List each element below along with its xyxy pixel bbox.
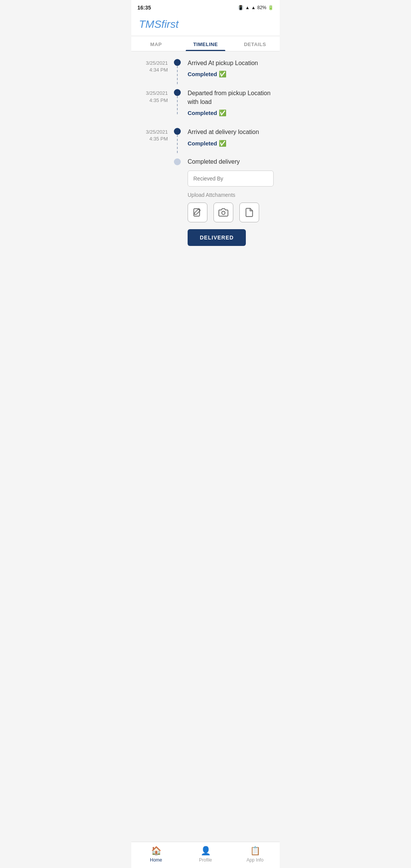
timeline-dot-final	[174, 158, 181, 165]
timeline-line-3	[177, 135, 178, 153]
document-icon	[244, 207, 254, 217]
upload-label: Upload Attchaments	[188, 192, 274, 198]
timeline-dot-2	[174, 89, 181, 96]
timeline-title-1: Arrived At pickup Location	[188, 59, 274, 67]
timeline-status-3: Completed ✅	[188, 140, 274, 147]
status-time: 16:35	[137, 5, 151, 11]
timeline-connector-3	[172, 128, 183, 135]
timeline-connector-final	[172, 158, 183, 165]
tab-map[interactable]: MAP	[131, 36, 181, 51]
timeline-status-2: Completed ✅	[188, 109, 274, 116]
timeline-title-3: Arrived at delivery location	[188, 128, 274, 136]
delivered-button[interactable]: DELIVERED	[188, 229, 246, 246]
timeline-connector-2	[172, 89, 183, 96]
timeline-connector-1	[172, 59, 183, 66]
signal-icon: ▲	[251, 5, 256, 10]
app-header: TMSfirst	[131, 14, 280, 36]
timeline-date-final	[137, 158, 172, 159]
timeline-content: 3/25/2021 4:34 PM Arrived At pickup Loca…	[131, 51, 280, 295]
delivery-title: Completed delivery	[188, 158, 274, 165]
upload-edit-button[interactable]	[188, 203, 207, 222]
check-icon-3: ✅	[219, 140, 226, 147]
check-icon-2: ✅	[219, 109, 226, 116]
upload-icons-row	[188, 203, 274, 222]
tab-timeline[interactable]: TIMELINE	[181, 36, 230, 51]
edit-icon	[193, 207, 202, 217]
timeline-item-2: 3/25/2021 4:35 PM Departed from pickup L…	[137, 89, 274, 116]
timeline-date-3: 3/25/2021 4:35 PM	[137, 128, 172, 142]
timeline-body-2: Departed from pickup Location with load …	[183, 89, 274, 116]
timeline-item-1: 3/25/2021 4:34 PM Arrived At pickup Loca…	[137, 59, 274, 78]
status-bar: 16:35 📳 ▲ ▲ 82% 🔋	[131, 0, 280, 14]
timeline-dot-1	[174, 59, 181, 66]
timeline-line-1	[177, 66, 178, 84]
timeline-status-1: Completed ✅	[188, 70, 274, 78]
check-icon-1: ✅	[219, 70, 226, 78]
camera-icon	[218, 207, 228, 217]
timeline-dot-3	[174, 128, 181, 135]
timeline-date-1: 3/25/2021 4:34 PM	[137, 59, 172, 73]
delivery-form: Completed delivery Upload Attchaments	[183, 158, 274, 246]
timeline-line-2	[177, 96, 178, 114]
wifi-icon: ▲	[245, 5, 250, 10]
svg-point-1	[222, 211, 225, 214]
timeline-date-2: 3/25/2021 4:35 PM	[137, 89, 172, 104]
timeline-item-3: 3/25/2021 4:35 PM Arrived at delivery lo…	[137, 128, 274, 147]
logo-main: TMS	[139, 18, 161, 30]
upload-camera-button[interactable]	[213, 203, 233, 222]
received-by-input[interactable]	[188, 171, 274, 187]
app-logo: TMSfirst	[139, 18, 272, 30]
upload-document-button[interactable]	[239, 203, 259, 222]
battery-icon: 🔋	[268, 5, 274, 10]
battery-level: 82%	[257, 5, 266, 10]
vibrate-icon: 📳	[238, 5, 244, 10]
timeline-body-1: Arrived At pickup Location Completed ✅	[183, 59, 274, 78]
logo-accent: first	[161, 18, 178, 30]
tab-details[interactable]: DETAILS	[230, 36, 280, 51]
timeline-title-2: Departed from pickup Location with load	[188, 89, 274, 106]
timeline-item-final: Completed delivery Upload Attchaments	[137, 158, 274, 246]
tab-bar: MAP TIMELINE DETAILS	[131, 36, 280, 51]
timeline-body-3: Arrived at delivery location Completed ✅	[183, 128, 274, 147]
status-icons: 📳 ▲ ▲ 82% 🔋	[238, 5, 274, 10]
